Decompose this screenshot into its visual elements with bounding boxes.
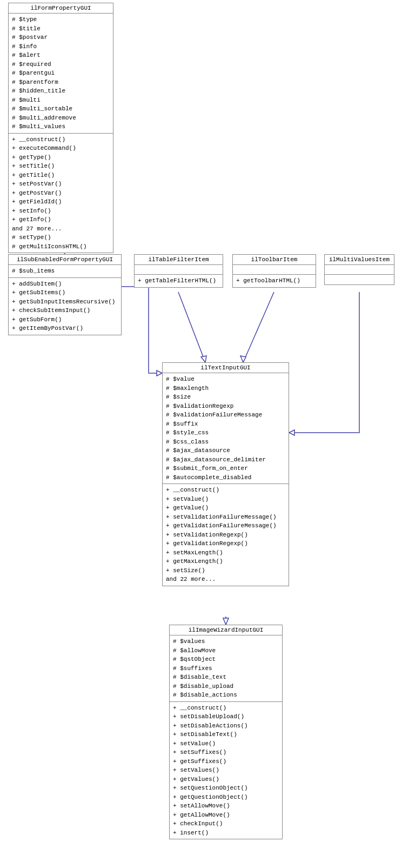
diagram-container: ilFormPropertyGUI # $type # $title # $po… — [0, 0, 402, 868]
svg-line-3 — [178, 292, 205, 362]
il-table-filter-item-fields — [135, 265, 223, 275]
svg-marker-2 — [157, 370, 162, 376]
il-multi-values-item-fields — [325, 265, 394, 275]
il-image-wizard-input-gui-title: ilImageWizardInputGUI — [170, 625, 282, 635]
il-text-input-gui-box: ilTextInputGUI # $value # $maxlength # $… — [162, 362, 289, 586]
il-form-property-gui-methods: + __construct() + executeCommand() + get… — [9, 134, 113, 253]
svg-line-5 — [243, 292, 274, 362]
il-sub-enabled-fields: # $sub_items — [9, 265, 121, 278]
il-form-property-gui-box: ilFormPropertyGUI # $type # $title # $po… — [8, 3, 113, 253]
il-toolbar-item-title: ilToolbarItem — [233, 255, 316, 265]
il-sub-enabled-methods: + addSubItem() + getSubItems() + getSubI… — [9, 278, 121, 335]
il-multi-values-item-box: ilMultiValuesItem — [324, 254, 394, 285]
il-sub-enabled-form-property-gui-title: ilSubEnabledFormPropertyGUI — [9, 255, 121, 265]
il-toolbar-item-box: ilToolbarItem + getToolbarHTML() — [232, 254, 316, 288]
il-multi-values-item-title: ilMultiValuesItem — [325, 255, 394, 265]
il-form-property-gui-fields: # $type # $title # $postvar # $info # $a… — [9, 14, 113, 134]
il-table-filter-item-title: ilTableFilterItem — [135, 255, 223, 265]
il-toolbar-item-methods: + getToolbarHTML() — [233, 275, 316, 287]
il-text-input-gui-title: ilTextInputGUI — [163, 363, 289, 373]
il-text-input-gui-methods: + __construct() + setValue() + getValue(… — [163, 484, 289, 586]
il-image-wizard-input-gui-box: ilImageWizardInputGUI # $values # $allow… — [169, 625, 283, 839]
il-image-wizard-methods: + __construct() + setDisableUpload() + s… — [170, 702, 282, 839]
il-table-filter-item-methods: + getTableFilterHTML() — [135, 275, 223, 287]
il-image-wizard-fields: # $values # $allowMove # $qstObject # $s… — [170, 635, 282, 702]
svg-marker-9 — [223, 618, 229, 625]
svg-marker-7 — [289, 430, 294, 435]
svg-marker-4 — [201, 356, 206, 362]
il-sub-enabled-form-property-gui-box: ilSubEnabledFormPropertyGUI # $sub_items… — [8, 254, 122, 335]
il-multi-values-item-methods — [325, 275, 394, 284]
il-form-property-gui-title: ilFormPropertyGUI — [9, 3, 113, 14]
svg-marker-6 — [240, 356, 246, 362]
il-table-filter-item-box: ilTableFilterItem + getTableFilterHTML() — [134, 254, 223, 288]
il-text-input-gui-fields: # $value # $maxlength # $size # $validat… — [163, 373, 289, 484]
il-toolbar-item-fields — [233, 265, 316, 275]
